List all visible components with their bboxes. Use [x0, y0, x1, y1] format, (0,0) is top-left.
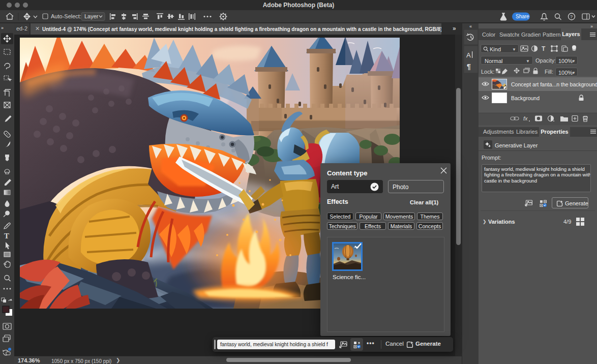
svg-text:¶: ¶ — [467, 63, 471, 71]
svg-text:fx: fx — [523, 115, 528, 122]
svg-text:«: « — [469, 24, 472, 29]
svg-text:A: A — [466, 51, 471, 59]
svg-text:Layer: Layer — [84, 13, 99, 19]
svg-text:?: ? — [570, 14, 573, 19]
svg-text:Auto-Select:: Auto-Select: — [51, 13, 81, 19]
svg-text:»: » — [1, 25, 4, 31]
svg-text:T: T — [542, 45, 546, 52]
svg-text:Share: Share — [516, 14, 529, 19]
svg-text:T: T — [4, 232, 9, 240]
